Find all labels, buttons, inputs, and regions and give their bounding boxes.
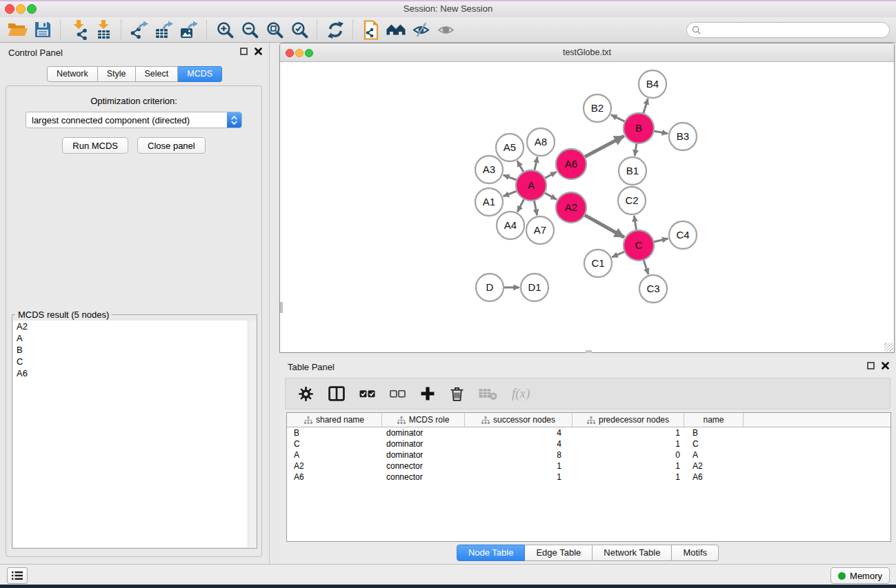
search-input[interactable] [704, 25, 889, 36]
node-A4[interactable]: A4 [497, 212, 524, 239]
zoom-selected-button[interactable] [287, 19, 312, 41]
tab-style[interactable]: Style [98, 66, 136, 82]
hide-details-button[interactable] [408, 19, 433, 41]
table-row[interactable]: Cdominator41C [287, 438, 890, 449]
svg-text:D1: D1 [528, 281, 541, 293]
open-file-button[interactable] [6, 19, 30, 41]
delete-row-button[interactable] [450, 386, 464, 402]
node-C1[interactable]: C1 [584, 250, 612, 277]
tab-node-table[interactable]: Node Table [457, 545, 526, 561]
apply-layout-button[interactable] [323, 19, 348, 41]
select-all-button[interactable] [359, 388, 375, 400]
node-A5[interactable]: A5 [496, 134, 524, 161]
table-row[interactable]: Adominator80A [287, 449, 890, 460]
node-A2[interactable]: A2 [556, 192, 586, 223]
window-resize-grip[interactable] [884, 343, 893, 352]
run-mcds-button[interactable]: Run MCDS [62, 137, 128, 154]
zoom-in-button[interactable] [212, 19, 237, 41]
tab-network[interactable]: Network [47, 66, 98, 82]
delete-table-button[interactable] [479, 387, 497, 401]
task-history-button[interactable] [7, 567, 28, 584]
import-network-button[interactable] [66, 19, 91, 41]
tab-network-table[interactable]: Network Table [593, 545, 672, 561]
node-B2[interactable]: B2 [584, 94, 611, 122]
column-header-successor-nodes[interactable]: successor nodes [465, 413, 573, 427]
vertical-scroll-thumb[interactable] [280, 302, 283, 313]
save-session-button[interactable] [30, 19, 55, 41]
node-A6[interactable]: A6 [556, 149, 586, 179]
add-row-button[interactable] [420, 386, 435, 401]
float-panel-icon[interactable] [240, 48, 248, 55]
table-row[interactable]: A6connector11A6 [287, 472, 890, 483]
zoom-out-button[interactable] [237, 19, 262, 41]
column-header-MCDS-role[interactable]: MCDS role [382, 413, 465, 427]
node-A8[interactable]: A8 [527, 128, 555, 156]
add-row-icon [420, 386, 435, 401]
close-panel-button[interactable]: Close panel [137, 137, 206, 154]
table-options-button[interactable] [298, 386, 314, 402]
table-row[interactable]: A2connector11A2 [287, 460, 890, 472]
node-D1[interactable]: D1 [521, 274, 548, 301]
mcds-result-item[interactable]: A2 [13, 321, 256, 332]
birdseye-view-button[interactable] [433, 19, 458, 41]
node-C3[interactable]: C3 [639, 275, 667, 303]
node-B3[interactable]: B3 [669, 123, 697, 150]
hide-details-icon [412, 21, 430, 39]
tab-motifs[interactable]: Motifs [672, 545, 719, 561]
node-A7[interactable]: A7 [526, 216, 554, 244]
node-D[interactable]: D [476, 274, 504, 301]
network-canvas[interactable]: B4B2BB3A8A5A6A3B1AC2A1A2A4A7C4CC1DD1C3 [280, 61, 894, 352]
mcds-result-item[interactable]: A [13, 332, 256, 344]
close-table-panel-icon[interactable] [882, 362, 889, 369]
export-image-button[interactable] [177, 19, 201, 41]
svg-text:A4: A4 [504, 219, 517, 231]
mcds-result-item[interactable]: B [13, 344, 256, 356]
node-B4[interactable]: B4 [639, 70, 666, 98]
node-C[interactable]: C [624, 230, 654, 261]
export-network-button[interactable] [127, 19, 152, 41]
tab-mcds[interactable]: MCDS [178, 66, 222, 82]
svg-text:C4: C4 [676, 229, 689, 241]
session-title: Session: New Session [0, 3, 896, 14]
export-table-button[interactable] [152, 19, 177, 41]
svg-text:B2: B2 [591, 102, 604, 114]
node-A1[interactable]: A1 [475, 188, 503, 216]
svg-text:C1: C1 [591, 257, 604, 269]
result-scrollbar[interactable] [248, 321, 256, 547]
float-table-panel-icon[interactable] [867, 362, 875, 369]
select-stepper-icon[interactable] [227, 112, 241, 128]
zoom-fit-button[interactable] [262, 19, 287, 41]
status-bar: Memory [0, 564, 896, 585]
mcds-result-box: MCDS result (5 nodes) A2ABCA6 [12, 314, 257, 549]
close-panel-icon[interactable] [255, 48, 262, 55]
column-header-predecessor-nodes[interactable]: predecessor nodes [573, 413, 684, 427]
column-header-shared-name[interactable]: shared name [287, 413, 382, 427]
deselect-all-button[interactable] [390, 388, 406, 400]
criterion-select[interactable]: largest connected component (directed) [26, 112, 242, 128]
duplicate-network-button[interactable] [359, 19, 384, 41]
mcds-panel: Optimization criterion: largest connecte… [6, 85, 262, 557]
node-C2[interactable]: C2 [618, 187, 646, 214]
node-C4[interactable]: C4 [669, 221, 697, 249]
show-columns-button[interactable] [328, 386, 345, 401]
import-network-icon [70, 19, 88, 40]
first-neighbors-button[interactable] [384, 19, 408, 41]
table-options-icon [298, 386, 314, 402]
import-table-button[interactable] [91, 19, 116, 41]
function-builder-button[interactable]: f(x) [512, 386, 530, 401]
node-A[interactable]: A [516, 170, 546, 201]
tab-edge-table[interactable]: Edge Table [525, 545, 593, 561]
node-table: shared nameMCDS rolesuccessor nodesprede… [286, 412, 891, 542]
mcds-result-item[interactable]: C [13, 356, 256, 367]
mcds-result-item[interactable]: A6 [13, 367, 256, 379]
search-field[interactable] [686, 22, 890, 38]
node-B1[interactable]: B1 [619, 157, 646, 185]
horizontal-scroll-thumb[interactable] [586, 350, 592, 353]
apply-layout-icon [326, 21, 345, 39]
column-header-name[interactable]: name [684, 413, 744, 427]
table-row[interactable]: Bdominator41B [287, 427, 890, 438]
node-A3[interactable]: A3 [475, 156, 503, 183]
memory-button[interactable]: Memory [830, 567, 890, 584]
node-B[interactable]: B [624, 113, 654, 143]
tab-select[interactable]: Select [136, 66, 179, 82]
